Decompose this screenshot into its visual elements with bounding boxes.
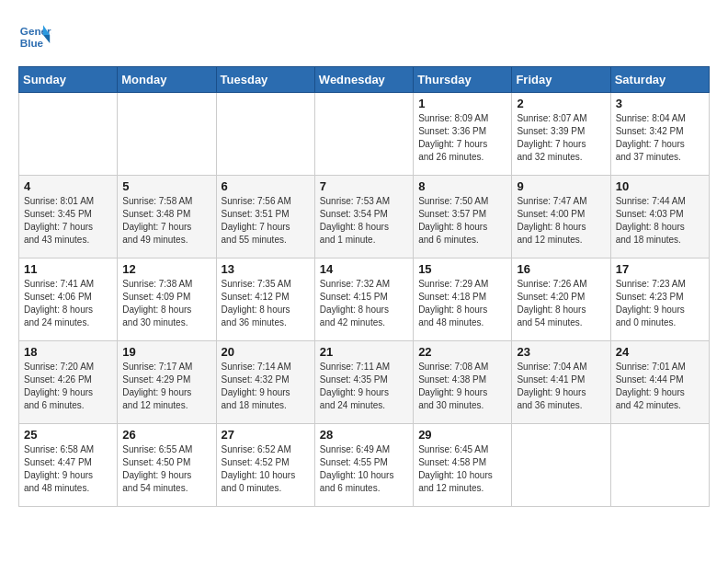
logo-icon: General Blue [18, 18, 51, 52]
calendar-cell: 16Sunrise: 7:26 AM Sunset: 4:20 PM Dayli… [512, 259, 610, 341]
calendar-cell: 21Sunrise: 7:11 AM Sunset: 4:35 PM Dayli… [314, 341, 413, 424]
day-info: Sunrise: 8:09 AM Sunset: 3:36 PM Dayligh… [418, 112, 506, 164]
day-info: Sunrise: 7:38 AM Sunset: 4:09 PM Dayligh… [122, 278, 210, 329]
svg-marker-3 [43, 35, 50, 43]
calendar-cell [610, 424, 709, 507]
calendar-cell: 1Sunrise: 8:09 AM Sunset: 3:36 PM Daylig… [414, 93, 512, 176]
day-info: Sunrise: 7:32 AM Sunset: 4:15 PM Dayligh… [320, 278, 408, 329]
calendar-cell: 27Sunrise: 6:52 AM Sunset: 4:52 PM Dayli… [216, 424, 314, 507]
day-info: Sunrise: 7:08 AM Sunset: 4:38 PM Dayligh… [418, 361, 506, 412]
weekday-header-tuesday: Tuesday [216, 67, 314, 93]
day-number: 17 [616, 262, 704, 276]
day-number: 9 [517, 179, 605, 193]
day-info: Sunrise: 8:01 AM Sunset: 3:45 PM Dayligh… [24, 195, 112, 247]
calendar-cell: 28Sunrise: 6:49 AM Sunset: 4:55 PM Dayli… [314, 424, 413, 507]
calendar-cell: 7Sunrise: 7:53 AM Sunset: 3:54 PM Daylig… [314, 176, 413, 259]
calendar-cell: 6Sunrise: 7:56 AM Sunset: 3:51 PM Daylig… [216, 176, 314, 259]
weekday-header-wednesday: Wednesday [314, 67, 413, 93]
day-info: Sunrise: 6:58 AM Sunset: 4:47 PM Dayligh… [24, 443, 112, 495]
day-number: 4 [24, 179, 112, 193]
calendar-cell [19, 93, 118, 176]
day-info: Sunrise: 7:14 AM Sunset: 4:32 PM Dayligh… [222, 361, 310, 412]
calendar-cell: 19Sunrise: 7:17 AM Sunset: 4:29 PM Dayli… [118, 341, 216, 424]
day-number: 5 [122, 179, 210, 193]
day-info: Sunrise: 6:52 AM Sunset: 4:52 PM Dayligh… [222, 443, 310, 495]
day-number: 21 [320, 345, 408, 359]
day-number: 29 [418, 428, 506, 442]
calendar-cell: 12Sunrise: 7:38 AM Sunset: 4:09 PM Dayli… [118, 259, 216, 341]
day-number: 24 [616, 345, 704, 359]
day-info: Sunrise: 7:47 AM Sunset: 4:00 PM Dayligh… [517, 195, 605, 247]
calendar-cell: 13Sunrise: 7:35 AM Sunset: 4:12 PM Dayli… [216, 259, 314, 341]
day-info: Sunrise: 6:45 AM Sunset: 4:58 PM Dayligh… [418, 443, 506, 495]
calendar-cell: 17Sunrise: 7:23 AM Sunset: 4:23 PM Dayli… [610, 259, 709, 341]
day-number: 28 [320, 428, 408, 442]
calendar-week-row: 25Sunrise: 6:58 AM Sunset: 4:47 PM Dayli… [19, 424, 710, 507]
day-info: Sunrise: 7:17 AM Sunset: 4:29 PM Dayligh… [122, 361, 210, 412]
calendar-cell: 15Sunrise: 7:29 AM Sunset: 4:18 PM Dayli… [414, 259, 512, 341]
calendar-header: SundayMondayTuesdayWednesdayThursdayFrid… [19, 67, 710, 93]
day-info: Sunrise: 7:58 AM Sunset: 3:48 PM Dayligh… [122, 195, 210, 247]
calendar-body: 1Sunrise: 8:09 AM Sunset: 3:36 PM Daylig… [19, 93, 710, 507]
day-number: 19 [122, 345, 210, 359]
day-info: Sunrise: 7:53 AM Sunset: 3:54 PM Dayligh… [320, 195, 408, 247]
calendar-cell [512, 424, 610, 507]
day-info: Sunrise: 7:20 AM Sunset: 4:26 PM Dayligh… [24, 361, 112, 412]
calendar-cell: 2Sunrise: 8:07 AM Sunset: 3:39 PM Daylig… [512, 93, 610, 176]
day-number: 1 [418, 97, 506, 110]
calendar-cell: 24Sunrise: 7:01 AM Sunset: 4:44 PM Dayli… [610, 341, 709, 424]
day-number: 14 [320, 262, 408, 276]
calendar-cell: 14Sunrise: 7:32 AM Sunset: 4:15 PM Dayli… [314, 259, 413, 341]
weekday-header-friday: Friday [512, 67, 610, 93]
svg-text:Blue: Blue [20, 37, 44, 49]
day-info: Sunrise: 7:41 AM Sunset: 4:06 PM Dayligh… [24, 278, 112, 329]
day-number: 8 [418, 179, 506, 193]
calendar-cell [118, 93, 216, 176]
day-number: 27 [222, 428, 310, 442]
calendar-table: SundayMondayTuesdayWednesdayThursdayFrid… [18, 66, 710, 507]
calendar-cell: 25Sunrise: 6:58 AM Sunset: 4:47 PM Dayli… [19, 424, 118, 507]
calendar-cell: 8Sunrise: 7:50 AM Sunset: 3:57 PM Daylig… [414, 176, 512, 259]
day-number: 12 [122, 262, 210, 276]
calendar-cell: 3Sunrise: 8:04 AM Sunset: 3:42 PM Daylig… [610, 93, 709, 176]
weekday-header-saturday: Saturday [610, 67, 709, 93]
day-info: Sunrise: 7:11 AM Sunset: 4:35 PM Dayligh… [320, 361, 408, 412]
weekday-header-sunday: Sunday [19, 67, 118, 93]
day-info: Sunrise: 7:04 AM Sunset: 4:41 PM Dayligh… [517, 361, 605, 412]
calendar-cell: 4Sunrise: 8:01 AM Sunset: 3:45 PM Daylig… [19, 176, 118, 259]
day-number: 18 [24, 345, 112, 359]
day-info: Sunrise: 7:44 AM Sunset: 4:03 PM Dayligh… [616, 195, 704, 247]
calendar-cell: 11Sunrise: 7:41 AM Sunset: 4:06 PM Dayli… [19, 259, 118, 341]
day-info: Sunrise: 8:07 AM Sunset: 3:39 PM Dayligh… [517, 112, 605, 164]
day-number: 13 [222, 262, 310, 276]
day-number: 20 [222, 345, 310, 359]
day-info: Sunrise: 7:50 AM Sunset: 3:57 PM Dayligh… [418, 195, 506, 247]
calendar-cell: 9Sunrise: 7:47 AM Sunset: 4:00 PM Daylig… [512, 176, 610, 259]
calendar-cell: 18Sunrise: 7:20 AM Sunset: 4:26 PM Dayli… [19, 341, 118, 424]
day-number: 25 [24, 428, 112, 442]
day-info: Sunrise: 7:35 AM Sunset: 4:12 PM Dayligh… [222, 278, 310, 329]
day-number: 7 [320, 179, 408, 193]
day-number: 3 [616, 97, 704, 110]
calendar-cell: 20Sunrise: 7:14 AM Sunset: 4:32 PM Dayli… [216, 341, 314, 424]
calendar-cell: 23Sunrise: 7:04 AM Sunset: 4:41 PM Dayli… [512, 341, 610, 424]
day-info: Sunrise: 7:56 AM Sunset: 3:51 PM Dayligh… [222, 195, 310, 247]
day-number: 2 [517, 97, 605, 110]
day-number: 6 [222, 179, 310, 193]
calendar-cell: 29Sunrise: 6:45 AM Sunset: 4:58 PM Dayli… [414, 424, 512, 507]
calendar-cell: 22Sunrise: 7:08 AM Sunset: 4:38 PM Dayli… [414, 341, 512, 424]
day-number: 10 [616, 179, 704, 193]
calendar-cell: 10Sunrise: 7:44 AM Sunset: 4:03 PM Dayli… [610, 176, 709, 259]
day-info: Sunrise: 8:04 AM Sunset: 3:42 PM Dayligh… [616, 112, 704, 164]
day-number: 16 [517, 262, 605, 276]
day-number: 26 [122, 428, 210, 442]
day-info: Sunrise: 7:29 AM Sunset: 4:18 PM Dayligh… [418, 278, 506, 329]
header: General Blue [18, 18, 710, 52]
calendar-cell [314, 93, 413, 176]
day-info: Sunrise: 7:01 AM Sunset: 4:44 PM Dayligh… [616, 361, 704, 412]
weekday-header-monday: Monday [118, 67, 216, 93]
weekday-header-thursday: Thursday [414, 67, 512, 93]
day-number: 23 [517, 345, 605, 359]
logo: General Blue [18, 18, 55, 52]
calendar-cell: 26Sunrise: 6:55 AM Sunset: 4:50 PM Dayli… [118, 424, 216, 507]
